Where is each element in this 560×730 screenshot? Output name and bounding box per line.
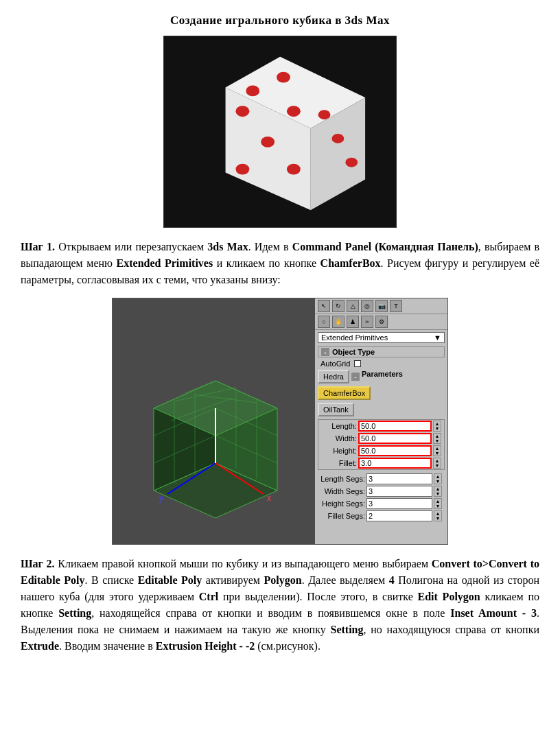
chamferbox-button[interactable]: ChamferBox (318, 386, 371, 400)
segs-section: Length Segs: 3 ▲▼ Width Segs: 3 ▲▼ Heigh… (318, 473, 445, 522)
svg-point-8 (331, 134, 344, 143)
dice-image (163, 36, 397, 228)
page-title: Создание игрального кубика в 3ds Max (21, 14, 539, 27)
filletsegs-row: Fillet Segs: 2 ▲▼ (318, 510, 445, 522)
right-panel: ↖ ↻ △ ◎ 📷 T ○ ✋ ♟ ≈ ⚙ (315, 298, 447, 544)
lengthsegs-row: Length Segs: 3 ▲▼ (318, 473, 445, 485)
widthsegs-spinner[interactable]: ▲▼ (434, 486, 442, 497)
width-input[interactable]: 50.0 (358, 433, 432, 444)
autogrid-row: AutoGrid (315, 359, 447, 368)
object-type-header: - Object Type (318, 346, 445, 357)
widthsegs-input[interactable]: 3 (366, 486, 432, 497)
widthsegs-row: Width Segs: 3 ▲▼ (318, 485, 445, 497)
length-spinner[interactable]: ▲▼ (433, 421, 441, 432)
params-minus: - (351, 373, 360, 381)
oiltank-row: OilTank (315, 401, 447, 418)
svg-text:x: x (267, 493, 271, 503)
height-input[interactable]: 50.0 (358, 445, 432, 456)
sphere-icon[interactable]: ○ (318, 316, 330, 328)
toolbar-row2: ○ ✋ ♟ ≈ ⚙ (315, 314, 447, 330)
figure-icon[interactable]: ♟ (347, 316, 359, 328)
autogrid-checkbox[interactable] (354, 360, 361, 367)
step-image-container: y x ↖ ↻ △ ◎ 📷 T ○ ✋ (21, 298, 539, 545)
heightsegs-input[interactable]: 3 (366, 498, 432, 509)
length-row: Length: 50.0 ▲▼ (318, 420, 444, 432)
target-icon[interactable]: ◎ (361, 300, 373, 312)
parameters-label: Parameters (362, 370, 403, 384)
step1-paragraph: Шаг 1. Открываем или перезапускаем 3ds M… (21, 239, 539, 288)
width-row: Width: 50.0 ▲▼ (318, 432, 444, 445)
svg-point-13 (235, 164, 249, 175)
svg-point-11 (287, 106, 301, 117)
svg-point-12 (261, 137, 275, 148)
height-spinner[interactable]: ▲▼ (433, 445, 441, 456)
toolbar-row1: ↖ ↻ △ ◎ 📷 T (315, 298, 447, 314)
step1-image: y x ↖ ↻ △ ◎ 📷 T ○ ✋ (112, 298, 448, 545)
step2-paragraph: Шаг 2. Кликаем правой кнопкой мыши по ку… (21, 556, 539, 655)
viewport: y x (113, 298, 315, 544)
camera-icon[interactable]: 📷 (375, 300, 388, 312)
dropdown-row: Extended Primitives ▼ (315, 330, 447, 345)
filletsegs-input[interactable]: 2 (366, 510, 432, 521)
svg-point-9 (345, 158, 358, 167)
svg-point-6 (277, 72, 290, 83)
svg-text:y: y (159, 493, 163, 503)
svg-point-7 (318, 110, 331, 119)
text-icon[interactable]: T (390, 300, 402, 312)
hedra-button[interactable]: Hedra (318, 370, 349, 384)
svg-point-5 (246, 85, 259, 96)
fillet-row: Fillet: 3.0 ▲▼ (318, 457, 444, 469)
dice-image-container (21, 36, 539, 228)
filletsegs-spinner[interactable]: ▲▼ (434, 510, 442, 521)
rotate-icon[interactable]: ↻ (332, 300, 345, 312)
svg-point-14 (287, 164, 301, 175)
shapes-icon[interactable]: △ (347, 300, 359, 312)
cursor-icon[interactable]: ↖ (318, 300, 330, 312)
fillet-input[interactable]: 3.0 (358, 458, 432, 469)
primitives-dropdown[interactable]: Extended Primitives ▼ (318, 332, 445, 343)
hand-icon[interactable]: ✋ (332, 316, 345, 328)
length-input[interactable]: 50.0 (358, 421, 432, 432)
wave-icon[interactable]: ≈ (361, 316, 373, 328)
fillet-spinner[interactable]: ▲▼ (433, 458, 441, 469)
params-section: Length: 50.0 ▲▼ Width: 50.0 ▲▼ Height: 5… (318, 419, 445, 470)
lengthsegs-input[interactable]: 3 (366, 473, 432, 484)
heightsegs-spinner[interactable]: ▲▼ (434, 498, 442, 509)
svg-point-10 (235, 106, 249, 117)
lengthsegs-spinner[interactable]: ▲▼ (434, 473, 442, 484)
gear-icon[interactable]: ⚙ (375, 316, 388, 328)
chamferbox-row: ChamferBox (315, 385, 447, 401)
height-row: Height: 50.0 ▲▼ (318, 445, 444, 457)
oiltank-button[interactable]: OilTank (318, 403, 354, 416)
object-buttons: Hedra - Parameters (315, 368, 447, 385)
width-spinner[interactable]: ▲▼ (433, 433, 441, 444)
heightsegs-row: Height Segs: 3 ▲▼ (318, 497, 445, 510)
